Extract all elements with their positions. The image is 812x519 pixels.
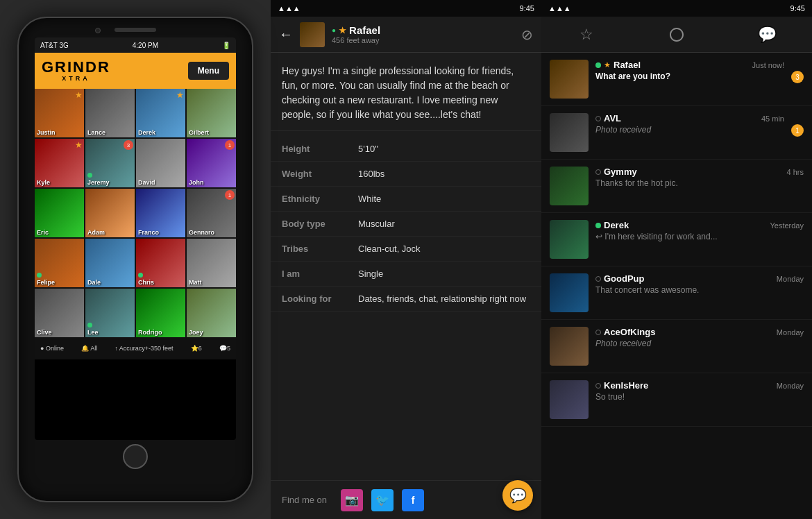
stat-value-iam: Single — [358, 269, 530, 279]
message-list: ★ Rafael Just now! What are you into? 3 … — [541, 53, 812, 519]
back-button[interactable]: ← — [279, 26, 293, 42]
grindr-logo-text: GRINDR — [42, 60, 110, 75]
profile-bio: Hey guys! I'm a single professional look… — [271, 53, 541, 131]
grid-item[interactable]: Derek★ — [136, 89, 185, 137]
profile-name-row: ● ★ Rafael — [332, 24, 514, 36]
block-icon[interactable]: ⊘ — [521, 26, 533, 43]
grid-item[interactable]: Joey — [187, 289, 236, 337]
grindr-nav-icon[interactable] — [661, 19, 692, 50]
messages-nav-icon[interactable]: 💬 — [752, 19, 782, 50]
grid-item[interactable]: Dale — [85, 239, 135, 287]
phone-time: 4:20 PM — [133, 42, 158, 49]
conversation-content: Gymmy 4 hrs Thanks for the hot pic. — [595, 167, 804, 188]
name-row: Derek — [595, 220, 629, 230]
grid-user-name: Derek — [138, 129, 155, 136]
grid-item[interactable]: David — [136, 139, 185, 187]
grid-item[interactable]: Eric — [35, 189, 84, 237]
profile-nav-info: ● ★ Rafael 456 feet away — [332, 24, 514, 44]
grid-item[interactable]: John1 — [187, 139, 236, 187]
conversation-preview: So true! — [595, 392, 804, 402]
messages-nav-bar: ☆ 💬 — [541, 17, 812, 53]
name-row: Gymmy — [595, 167, 637, 177]
stat-iam: I am Single — [271, 262, 541, 287]
profile-nav-bar: ← ● ★ Rafael 456 feet away ⊘ — [271, 17, 541, 53]
star-count: ⭐6 — [191, 345, 202, 352]
conversation-content: Derek Yesterday ↩ I'm here visiting for … — [595, 220, 804, 241]
conversation-time: 4 hrs — [787, 168, 804, 176]
conversation-preview: ↩ I'm here visiting for work and... — [595, 232, 804, 241]
instagram-icon[interactable]: 📷 — [341, 489, 363, 511]
twitter-icon[interactable]: 🐦 — [371, 489, 394, 511]
chat-fab-button[interactable]: 💬 — [502, 480, 533, 511]
conversation-item[interactable]: KenIsHere Monday So true! — [541, 373, 812, 427]
grid-item[interactable]: Felipe — [35, 239, 84, 287]
conversation-name: Derek — [604, 220, 629, 230]
grid-item[interactable]: Adam — [85, 189, 135, 237]
name-row: ★ Rafael — [595, 60, 641, 70]
online-indicator — [37, 273, 42, 278]
grid-item[interactable]: Clive — [35, 289, 84, 337]
conversation-item[interactable]: GoodPup Monday That concert was awesome. — [541, 266, 812, 320]
stat-label-ethnicity: Ethnicity — [282, 194, 358, 204]
conversation-preview: Photo received — [595, 339, 804, 348]
name-row: AVL — [595, 113, 621, 124]
grid-item[interactable]: Gilbert — [187, 89, 236, 137]
conversation-avatar — [550, 380, 589, 419]
stat-label-height: Height — [282, 144, 358, 154]
conversation-item[interactable]: ★ Rafael Just now! What are you into? 3 — [541, 53, 812, 106]
grid-item[interactable]: Matt — [187, 239, 236, 287]
conversation-time: Just now! — [752, 61, 784, 69]
stat-ethnicity: Ethnicity White — [271, 187, 541, 212]
grid-user-name: Eric — [37, 229, 49, 236]
conversation-item[interactable]: Gymmy 4 hrs Thanks for the hot pic. — [541, 160, 812, 213]
stat-label-weight: Weight — [282, 169, 358, 179]
grid-item[interactable]: Jeremy3 — [85, 139, 135, 187]
conversation-time: 45 min — [761, 114, 784, 123]
conversation-item[interactable]: AVL 45 min Photo received 1 — [541, 106, 812, 160]
grid-item[interactable]: Chris — [136, 239, 185, 287]
phone-panel: AT&T 3G 4:20 PM 🔋 GRINDR XTRA Menu Justi… — [0, 0, 271, 519]
conversation-header: GoodPup Monday — [595, 273, 804, 284]
favorites-nav-icon[interactable]: ☆ — [571, 19, 602, 50]
stat-label-tribes: Tribes — [282, 244, 358, 254]
iphone-device: AT&T 3G 4:20 PM 🔋 GRINDR XTRA Menu Justi… — [17, 17, 253, 502]
unread-badge: 1 — [791, 124, 804, 137]
grid-item[interactable]: Gennaro1 — [187, 189, 236, 237]
facebook-icon[interactable]: f — [402, 489, 424, 511]
home-button[interactable] — [123, 444, 148, 469]
star-icon: ★ — [339, 26, 346, 35]
stat-value-weight: 160lbs — [358, 169, 530, 179]
grindr-logo: GRINDR XTRA — [42, 60, 110, 82]
grid-item[interactable]: Franco — [136, 189, 185, 237]
conversation-item[interactable]: AceOfKings Monday Photo received — [541, 320, 812, 373]
grid-user-name: David — [138, 179, 155, 186]
grid-user-name: Franco — [138, 229, 159, 236]
grid-item[interactable]: Kyle★ — [35, 139, 84, 187]
iphone-camera — [95, 28, 101, 33]
stat-value-bodytype: Muscular — [358, 219, 530, 229]
grid-item[interactable]: Lee — [85, 289, 135, 337]
grindr-logo-sub: XTRA — [62, 75, 90, 82]
conversation-header: ★ Rafael Just now! — [595, 60, 784, 70]
message-badge: 1 — [225, 140, 235, 150]
star-icon: ★ — [75, 90, 83, 100]
stat-label-looking: Looking for — [282, 293, 358, 304]
stat-value-height: 5'10" — [358, 144, 530, 154]
grid-item[interactable]: Lance — [85, 89, 135, 137]
conversation-name: KenIsHere — [604, 380, 648, 391]
online-indicator — [87, 323, 92, 327]
grid-user-name: Clive — [37, 329, 52, 336]
stat-value-tribes: Clean-cut, Jock — [358, 244, 530, 254]
menu-button[interactable]: Menu — [188, 62, 229, 80]
conversation-content: KenIsHere Monday So true! — [595, 380, 804, 402]
grid-item[interactable]: Justin★ — [35, 89, 84, 137]
grid-item[interactable]: Rodrigo — [136, 289, 185, 337]
grid-user-name: Justin — [37, 129, 56, 136]
conversation-content: AceOfKings Monday Photo received — [595, 327, 804, 348]
conversation-header: Gymmy 4 hrs — [595, 167, 804, 177]
conversation-preview: That concert was awesome. — [595, 285, 804, 295]
iphone-status-bar: AT&T 3G 4:20 PM 🔋 — [35, 37, 236, 53]
conversation-time: Yesterday — [770, 221, 804, 230]
conversation-item[interactable]: Derek Yesterday ↩ I'm here visiting for … — [541, 213, 812, 266]
conversation-preview: What are you into? — [595, 71, 784, 81]
